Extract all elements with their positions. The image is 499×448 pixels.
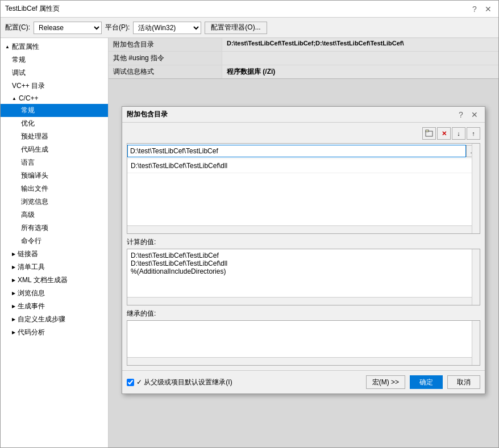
path-input-1[interactable] [127, 145, 466, 157]
down-icon: ↓ [457, 130, 460, 137]
macro-button[interactable]: 宏(M) >> [366, 375, 405, 389]
sidebar-item-optimize[interactable]: 优化 [1, 117, 108, 130]
platform-select[interactable]: 活动(Win32) [133, 22, 201, 34]
platform-label: 平台(P): [105, 23, 130, 32]
path-list-hscrollbar[interactable] [127, 225, 472, 233]
up-icon: ↑ [472, 130, 475, 137]
triangle-icon-custom: ▶ [12, 317, 15, 322]
sidebar-item-xml-gen[interactable]: ▶ XML 文档生成器 [1, 274, 108, 287]
modal-tool-down-button[interactable]: ↓ [452, 127, 465, 140]
sidebar-item-debug[interactable]: 调试 [1, 66, 108, 79]
svg-rect-1 [426, 130, 429, 132]
inherited-vscrollbar[interactable] [472, 321, 480, 365]
computed-line-3: %(AdditionalIncludeDirectories) [131, 267, 476, 275]
inherit-checkbox[interactable] [127, 379, 134, 386]
sidebar-item-cpp[interactable]: ▲ C/C++ [1, 93, 108, 104]
modal-title-bar: 附加包含目录 ? ✕ [122, 107, 485, 123]
modal-tool-up-button[interactable]: ↑ [467, 127, 480, 140]
sidebar-build-label: 生成事件 [18, 302, 45, 311]
sidebar-browse-label: 浏览信息 [18, 288, 45, 298]
modal-tool-new-button[interactable] [422, 127, 436, 140]
triangle-icon-linker: ▶ [12, 252, 15, 257]
sidebar-custom-label: 自定义生成步骤 [18, 315, 65, 324]
footer-right: 宏(M) >> 确定 取消 [366, 375, 480, 389]
ok-button[interactable]: 确定 [410, 375, 443, 389]
sidebar-item-config-props[interactable]: ▲ 配置属性 [1, 40, 108, 53]
sidebar-item-general[interactable]: 常规 [1, 53, 108, 66]
path-static-2: D:\test\TestLibCef\TestLibCef\dll [127, 160, 480, 171]
modal-dialog: 附加包含目录 ? ✕ [122, 106, 485, 394]
sidebar-item-language[interactable]: 语言 [1, 156, 108, 169]
sidebar-item-codegen[interactable]: 代码生成 [1, 143, 108, 156]
sidebar-cpp-label: C/C++ [19, 94, 39, 102]
modal-toolbar: ✕ ↓ ↑ [127, 127, 480, 140]
new-folder-icon [425, 129, 433, 137]
sidebar-item-custom-build[interactable]: ▶ 自定义生成步骤 [1, 313, 108, 326]
title-bar: TestLibCef 属性页 ? ✕ [1, 1, 498, 18]
modal-overlay: 附加包含目录 ? ✕ [109, 38, 498, 447]
inherited-hscrollbar[interactable] [127, 357, 472, 365]
modal-tool-delete-button[interactable]: ✕ [437, 127, 451, 140]
sidebar-item-precompiled[interactable]: 预编译头 [1, 169, 108, 182]
toolbar-row: 配置(C): Release 平台(P): 活动(Win32) 配置管理器(O)… [1, 18, 498, 38]
sidebar-item-browse-info[interactable]: ▶ 浏览信息 [1, 287, 108, 300]
sidebar-item-vc-dirs[interactable]: VC++ 目录 [1, 79, 108, 93]
inherited-label: 继承的值: [127, 309, 480, 319]
sidebar-item-code-analysis[interactable]: ▶ 代码分析 [1, 326, 108, 339]
sidebar: ▲ 配置属性 常规 调试 VC++ 目录 ▲ C/C++ 常规 优化 预处理器 … [1, 38, 109, 447]
sidebar-item-browse[interactable]: 浏览信息 [1, 195, 108, 208]
path-list-container: ... D:\test\TestLibCef\TestLibCef\dll [127, 143, 480, 234]
sidebar-linker-label: 链接器 [18, 249, 38, 259]
path-list-vscrollbar[interactable] [472, 144, 480, 233]
content-area: ▲ 配置属性 常规 调试 VC++ 目录 ▲ C/C++ 常规 优化 预处理器 … [1, 38, 498, 447]
sidebar-item-manifest[interactable]: ▶ 清单工具 [1, 261, 108, 274]
modal-footer: ✓ 从父级或项目默认设置继承(I) 宏(M) >> 确定 取消 [122, 370, 485, 393]
computed-hscrollbar[interactable] [127, 297, 472, 305]
sidebar-code-label: 代码分析 [18, 328, 45, 337]
inherit-checkbox-row: ✓ 从父级或项目默认设置继承(I) [127, 378, 232, 387]
triangle-icon-manifest: ▶ [12, 265, 15, 270]
sidebar-item-preprocessor[interactable]: 预处理器 [1, 130, 108, 143]
computed-box: D:\test\TestLibCef\TestLibCef D:\test\Te… [127, 249, 480, 305]
help-button[interactable]: ? [469, 3, 480, 15]
title-controls: ? ✕ [469, 3, 494, 15]
window-title: TestLibCef 属性页 [5, 4, 60, 14]
sidebar-item-build-events[interactable]: ▶ 生成事件 [1, 300, 108, 313]
main-panel: 附加包含目录 D:\test\TestLibCef\TestLibCef;D:\… [109, 38, 498, 447]
close-window-button[interactable]: ✕ [483, 3, 494, 15]
sidebar-item-all-options[interactable]: 所有选项 [1, 221, 108, 235]
computed-line-1: D:\test\TestLibCef\TestLibCef [131, 252, 476, 259]
sidebar-item-output[interactable]: 输出文件 [1, 182, 108, 195]
triangle-icon: ▲ [5, 44, 10, 49]
sidebar-item-cpp-general[interactable]: 常规 [1, 104, 108, 117]
modal-content: ✕ ↓ ↑ [122, 123, 485, 370]
modal-close-button[interactable]: ✕ [469, 109, 480, 120]
path-list-item-2[interactable]: D:\test\TestLibCef\TestLibCef\dll [127, 159, 480, 173]
sidebar-manifest-label: 清单工具 [18, 262, 45, 272]
sidebar-item-advanced[interactable]: 高级 [1, 208, 108, 221]
computed-label: 计算的值: [127, 237, 480, 247]
config-manager-button[interactable]: 配置管理器(O)... [205, 22, 267, 34]
triangle-icon-browse: ▶ [12, 291, 15, 296]
computed-line-2: D:\test\TestLibCef\TestLibCef\dll [131, 259, 476, 267]
modal-title-controls: ? ✕ [455, 109, 480, 120]
sidebar-item-label: 配置属性 [12, 42, 39, 52]
inherited-box [127, 320, 480, 366]
sidebar-item-linker[interactable]: ▶ 链接器 [1, 248, 108, 261]
cancel-button[interactable]: 取消 [447, 375, 480, 389]
modal-help-button[interactable]: ? [455, 109, 467, 120]
triangle-icon-code: ▶ [12, 330, 15, 335]
config-label: 配置(C): [5, 23, 30, 32]
triangle-icon-xml: ▶ [12, 278, 15, 283]
modal-title-text: 附加包含目录 [127, 110, 168, 119]
sidebar-xml-label: XML 文档生成器 [18, 275, 68, 285]
triangle-icon-cpp: ▲ [12, 96, 16, 101]
sidebar-item-cmdline[interactable]: 命令行 [1, 235, 108, 248]
inherit-label: ✓ 从父级或项目默认设置继承(I) [136, 378, 232, 387]
computed-vscrollbar[interactable] [472, 249, 480, 305]
triangle-icon-build: ▶ [12, 304, 15, 309]
config-select[interactable]: Release [34, 22, 102, 34]
main-window: TestLibCef 属性页 ? ✕ 配置(C): Release 平台(P):… [0, 0, 499, 448]
delete-icon: ✕ [442, 130, 447, 137]
path-list-item-1: ... [127, 144, 480, 159]
